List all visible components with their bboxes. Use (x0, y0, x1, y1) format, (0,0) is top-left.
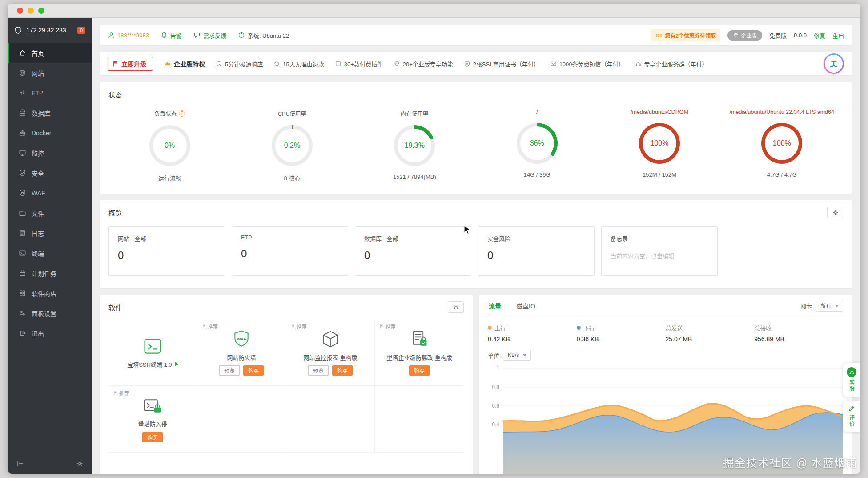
sidebar-item-cron[interactable]: 计划任务 (8, 263, 92, 283)
coupon-banner[interactable]: 您有2个优惠券待领取 (651, 29, 720, 41)
ubuntu-icon (238, 32, 245, 39)
gauge-sub: 152M / 152M (643, 171, 676, 178)
software-cell[interactable]: 推荐WAF网站防火墙预览购买 (197, 319, 286, 386)
sidebar-item-site[interactable]: 网站 (8, 63, 92, 83)
software-cell[interactable]: 推荐网站监控报表-重构版预览购买 (286, 319, 375, 386)
sidebar-item-panel[interactable]: 面板设置 (8, 303, 92, 323)
status-gauge[interactable]: /media/ubuntu/CDROM100%152M / 152M (598, 109, 720, 182)
app-window: 172.29.32.233 0 首页网站FTP数据库Docker监控安全WAF文… (8, 4, 860, 474)
tab-disk-io[interactable]: 磁盘IO (515, 295, 536, 316)
sidebar-item-monitor[interactable]: 监控 (8, 143, 92, 163)
gauge-sub: 8 核心 (284, 174, 301, 182)
customer-service-button[interactable]: 客服 (843, 363, 860, 397)
nic-select[interactable]: 所有 (816, 300, 843, 312)
gauge-label: / (536, 109, 538, 115)
overview-card[interactable]: 安全风险0 (478, 226, 595, 276)
gauge-ring: 100% (639, 123, 680, 164)
software-name[interactable]: 网站监控报表-重构版 (303, 353, 357, 361)
sidebar-item-label: 计划任务 (32, 269, 56, 278)
traffic-panel: 流量 磁盘IO 网卡 所有 上行0.42 KB下行0.36 KB总发送25.07… (479, 295, 852, 474)
account-item[interactable]: 188****9083 (108, 32, 149, 39)
gauge-label: CPU使用率 (278, 109, 306, 117)
preview-button[interactable]: 预览 (219, 365, 240, 376)
software-name[interactable]: 堡塔企业级防篡改-重构版 (386, 353, 452, 361)
help-icon[interactable]: ? (179, 110, 185, 117)
sidebar-item-home[interactable]: 首页 (8, 43, 92, 63)
titlebar (8, 4, 860, 18)
restart-button[interactable]: 重启 (832, 31, 844, 40)
tab-traffic[interactable]: 流量 (488, 295, 502, 316)
close-window-button[interactable] (17, 8, 23, 14)
promo-item-label: 2张SSL商用证书（年付） (473, 60, 539, 68)
gauge-value: 0% (153, 129, 187, 162)
sidebar-item-store[interactable]: 软件商店 (8, 283, 92, 303)
buy-button[interactable]: 购买 (243, 365, 264, 376)
plugin-icon (335, 61, 342, 67)
system-item[interactable]: 系统: Ubuntu 22 (238, 31, 289, 40)
software-name[interactable]: 堡塔防入侵 (138, 420, 167, 428)
legend-upstream: 上行0.42 KB (488, 324, 577, 343)
repair-button[interactable]: 修复 (814, 31, 825, 40)
software-cell[interactable]: 推荐堡塔企业级防篡改-重构版购买 (375, 319, 464, 386)
software-cell[interactable]: 推荐堡塔防入侵购买 (108, 386, 197, 453)
version-number: 9.0.0 (794, 32, 807, 39)
buy-button[interactable]: 购买 (142, 432, 163, 442)
buy-button[interactable]: 购买 (409, 365, 430, 376)
server-info[interactable]: 172.29.32.233 0 (8, 18, 92, 43)
buy-button[interactable]: 购买 (332, 365, 353, 376)
promo-item: 30+款付费插件 (335, 60, 383, 68)
server-shield-icon (14, 26, 22, 34)
promo-item-label: 专享企业服务群（年付） (644, 60, 708, 68)
sidebar-item-security[interactable]: 安全 (8, 163, 92, 183)
sidebar-item-logs[interactable]: 日志 (8, 223, 92, 243)
sidebar-item-terminal[interactable]: 终端 (8, 243, 92, 263)
software-cell[interactable]: 宝塔SSH终端 1.0 (108, 319, 197, 386)
sidebar-item-files[interactable]: 文件 (8, 203, 92, 223)
software-settings-button[interactable] (448, 301, 464, 313)
sidebar-item-ftp[interactable]: FTP (8, 83, 92, 103)
software-name[interactable]: 网站防火墙 (227, 353, 256, 361)
play-icon[interactable] (175, 362, 178, 366)
security-icon (19, 169, 26, 177)
status-gauge[interactable]: 负载状态?0%运行流畅 (108, 109, 231, 182)
preview-button[interactable]: 预览 (308, 365, 329, 376)
status-gauge[interactable]: 内存使用率19.3%1521 / 7894(MB) (354, 109, 476, 182)
card-value: 当前内容为空，点击编辑 (611, 251, 708, 260)
alarm-item[interactable]: 告警 (161, 31, 182, 40)
recommend-flag-icon (113, 391, 118, 396)
gauge-sub: 4.7G / 4.7G (767, 171, 797, 178)
account-number[interactable]: 188****9083 (117, 32, 149, 39)
enterprise-logo[interactable] (824, 53, 844, 74)
upgrade-button[interactable]: 立即升级 (108, 57, 153, 71)
sidebar-item-logout[interactable]: 退出 (8, 323, 92, 343)
overview-card[interactable]: 数据库 - 全部0 (355, 226, 471, 276)
software-name[interactable]: 宝塔SSH终端 1.0 (127, 360, 178, 369)
status-gauge[interactable]: CPU使用率0.2%8 核心 (231, 109, 353, 182)
collapse-sidebar-icon[interactable] (16, 460, 24, 467)
review-button[interactable]: 评价 (843, 401, 860, 432)
traffic-total: 总接收956.89 MB (754, 324, 843, 343)
overview-card[interactable]: 备忘录当前内容为空，点击编辑 (601, 226, 718, 276)
unit-select[interactable]: KB/s (503, 350, 531, 361)
edition-chip[interactable]: 企业版 (727, 30, 762, 41)
sidebar: 172.29.32.233 0 首页网站FTP数据库Docker监控安全WAF文… (8, 18, 92, 474)
overview-card[interactable]: 网站 - 全部0 (108, 226, 225, 276)
coupon-icon (655, 32, 662, 39)
sidebar-item-label: 数据库 (32, 109, 50, 117)
status-gauge[interactable]: /media/ubuntu/Ubuntu 22.04.4 LTS amd6410… (721, 109, 843, 182)
sidebar-item-docker[interactable]: Docker (8, 123, 92, 143)
promo-item-label: 5分钟极速响应 (225, 60, 263, 68)
zoom-window-button[interactable] (38, 8, 44, 14)
overview-card[interactable]: FTP0 (232, 226, 348, 276)
sidebar-item-waf[interactable]: WAF (8, 183, 92, 203)
ssh-app-icon (143, 336, 162, 356)
overview-settings-button[interactable] (827, 207, 843, 218)
feedback-item[interactable]: 需求反馈 (193, 31, 226, 40)
sidebar-settings-icon[interactable] (76, 460, 84, 467)
gauge-value: 19.3% (398, 129, 431, 162)
status-gauge[interactable]: /36%14G / 39G (476, 109, 598, 182)
minimize-window-button[interactable] (28, 8, 34, 14)
privilege-label: 企业版特权 (174, 59, 205, 68)
card-label: 网站 - 全部 (118, 234, 216, 243)
sidebar-item-database[interactable]: 数据库 (8, 103, 92, 123)
